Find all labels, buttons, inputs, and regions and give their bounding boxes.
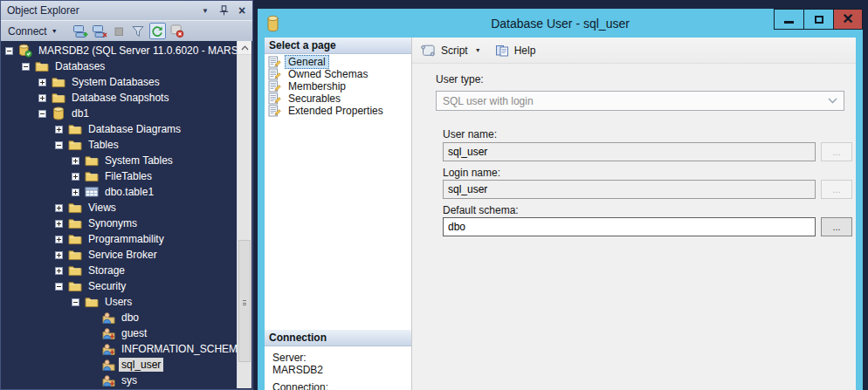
page-item-general[interactable]: General bbox=[265, 56, 411, 68]
expand-icon[interactable] bbox=[55, 126, 63, 133]
user-type-combobox[interactable]: SQL user with login bbox=[436, 91, 844, 111]
screenshot-root: Object Explorer ▼ × Connect ▼ MARSDB2 (S… bbox=[0, 0, 868, 390]
tree-item-system-tables[interactable]: System Tables bbox=[2, 153, 237, 168]
refresh-icon[interactable] bbox=[149, 23, 166, 39]
connect-button[interactable]: Connect ▼ bbox=[5, 24, 60, 39]
tree-item-sql-user[interactable]: sql_user bbox=[2, 357, 237, 373]
tree-item-label: Databases bbox=[52, 59, 107, 73]
tree-item-label: db1 bbox=[69, 106, 92, 120]
page-item-extended-properties[interactable]: Extended Properties bbox=[265, 105, 411, 117]
tree-item-databases[interactable]: Databases bbox=[2, 58, 237, 74]
object-explorer-titlebar-actions: ▼ × bbox=[199, 4, 248, 17]
tree-item-programmability[interactable]: Programmability bbox=[2, 231, 237, 247]
user-name-field[interactable] bbox=[443, 142, 816, 161]
collapse-icon[interactable] bbox=[55, 283, 63, 291]
folder-icon bbox=[68, 232, 82, 246]
folder-icon bbox=[68, 263, 82, 277]
tree-item-synonyms[interactable]: Synonyms bbox=[2, 216, 237, 231]
minimize-button[interactable] bbox=[774, 9, 804, 30]
filter-icon[interactable] bbox=[130, 23, 147, 39]
expand-icon[interactable] bbox=[55, 251, 63, 259]
folder-icon bbox=[52, 75, 65, 89]
stop-icon[interactable] bbox=[111, 23, 127, 39]
tree-item-users[interactable]: Users bbox=[2, 294, 237, 310]
collapse-icon[interactable] bbox=[72, 298, 79, 306]
default-schema-browse-button[interactable]: ... bbox=[821, 217, 852, 236]
select-a-page-list: GeneralOwned SchemasMembershipSecurables… bbox=[265, 56, 411, 117]
user-name-browse-button[interactable]: ... bbox=[821, 142, 852, 161]
close-icon: ✕ bbox=[842, 12, 853, 26]
collapse-icon[interactable] bbox=[38, 110, 46, 118]
close-icon[interactable]: × bbox=[236, 4, 248, 17]
table-icon bbox=[85, 185, 99, 199]
tree-item-dbo[interactable]: dbo bbox=[2, 310, 237, 325]
close-button[interactable]: ✕ bbox=[833, 9, 863, 30]
expand-icon[interactable] bbox=[38, 79, 46, 86]
login-name-field[interactable] bbox=[443, 180, 816, 199]
folder-icon bbox=[52, 91, 65, 105]
pin-icon[interactable] bbox=[217, 4, 230, 17]
login-name-browse-button[interactable]: ... bbox=[821, 180, 852, 199]
collapse-icon[interactable] bbox=[5, 47, 13, 55]
tree-item-system-databases[interactable]: System Databases bbox=[2, 74, 237, 90]
folder-icon bbox=[85, 295, 99, 309]
expand-icon[interactable] bbox=[38, 94, 46, 102]
connect-button-label: Connect bbox=[8, 25, 47, 38]
tree-item-storage[interactable]: Storage bbox=[2, 263, 237, 278]
tree-scrollbar[interactable] bbox=[237, 41, 251, 388]
tree-item-sys[interactable]: sys bbox=[2, 373, 237, 388]
tree-item-filetables[interactable]: FileTables bbox=[2, 168, 237, 184]
page-icon bbox=[268, 92, 281, 105]
tree-item-dbo-table1[interactable]: dbo.table1 bbox=[2, 184, 237, 200]
disconnect-server-icon[interactable] bbox=[92, 23, 108, 39]
tree-item-database-snapshots[interactable]: Database Snapshots bbox=[2, 90, 237, 106]
tree-item-label: dbo.table1 bbox=[102, 185, 156, 199]
tree-item-db1[interactable]: db1 bbox=[2, 106, 237, 121]
server-icon bbox=[18, 44, 32, 58]
page-item-owned-schemas[interactable]: Owned Schemas bbox=[265, 68, 411, 80]
expand-icon[interactable] bbox=[72, 157, 79, 165]
tree-item-security[interactable]: Security bbox=[2, 278, 237, 294]
page-item-membership[interactable]: Membership bbox=[265, 80, 411, 92]
tree-item-service-broker[interactable]: Service Broker bbox=[2, 247, 237, 263]
collapse-icon[interactable] bbox=[22, 63, 30, 71]
script-button[interactable]: Script ▼ bbox=[420, 44, 481, 57]
tree-item-database-diagrams[interactable]: Database Diagrams bbox=[2, 121, 237, 137]
expand-icon[interactable] bbox=[55, 204, 63, 212]
dialog-main: Script ▼ Help User type: SQL user with l… bbox=[412, 38, 856, 390]
scrollbar-thumb[interactable] bbox=[238, 240, 251, 362]
folder-icon bbox=[68, 138, 82, 152]
tree-item-label: Programmability bbox=[86, 232, 167, 246]
scrollbar-up-arrow[interactable] bbox=[238, 41, 251, 55]
expand-icon[interactable] bbox=[55, 236, 63, 243]
tree-item-marsdb2-sql-server-11-0-6020-m[interactable]: MARSDB2 (SQL Server 11.0.6020 - MARSD bbox=[2, 43, 237, 58]
default-schema-field[interactable] bbox=[443, 217, 816, 236]
connect-server-icon[interactable] bbox=[72, 23, 89, 39]
window-position-icon[interactable]: ▼ bbox=[199, 4, 211, 17]
maximize-button[interactable] bbox=[803, 9, 834, 30]
tree-item-label: INFORMATION_SCHEMA bbox=[119, 342, 237, 356]
folder-icon bbox=[85, 169, 99, 183]
folder-icon bbox=[68, 248, 82, 262]
collapse-icon[interactable] bbox=[55, 141, 63, 149]
expand-icon[interactable] bbox=[55, 267, 63, 275]
script-icon bbox=[420, 44, 436, 57]
folder-icon bbox=[68, 122, 82, 136]
chevron-down-icon[interactable]: ▼ bbox=[475, 47, 481, 53]
minimize-icon bbox=[784, 21, 794, 24]
tree-item-views[interactable]: Views bbox=[2, 200, 237, 216]
object-explorer-tree: MARSDB2 (SQL Server 11.0.6020 - MARSDDat… bbox=[2, 41, 237, 388]
help-button[interactable]: Help bbox=[495, 44, 536, 57]
dialog-titlebar: Database User - sql_user ✕ bbox=[265, 9, 856, 38]
tree-item-information-schema[interactable]: INFORMATION_SCHEMA bbox=[2, 341, 237, 357]
script-button-label: Script bbox=[441, 44, 468, 57]
script-error-icon[interactable] bbox=[169, 23, 185, 39]
page-icon bbox=[268, 56, 281, 68]
expand-icon[interactable] bbox=[72, 173, 79, 181]
expand-icon[interactable] bbox=[55, 220, 63, 228]
user-icon bbox=[101, 358, 115, 372]
tree-item-guest[interactable]: guest bbox=[2, 325, 237, 341]
tree-item-tables[interactable]: Tables bbox=[2, 137, 237, 153]
expand-icon[interactable] bbox=[72, 188, 79, 196]
page-item-securables[interactable]: Securables bbox=[265, 92, 411, 105]
